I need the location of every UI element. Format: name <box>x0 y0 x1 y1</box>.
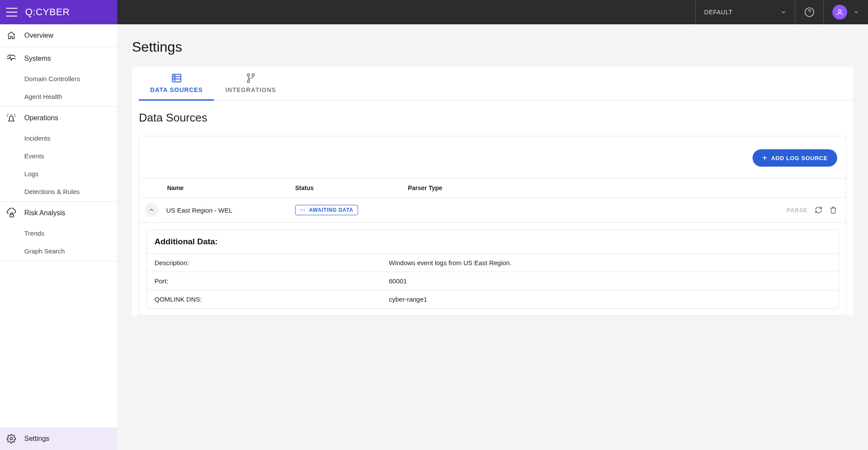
table-row: US East Region - WEL ··· AWAITING DATA P… <box>139 198 846 223</box>
svg-point-18 <box>247 80 250 82</box>
data-sources-actions: + ADD LOG SOURCE <box>139 136 846 178</box>
settings-tabs: DATA SOURCES INTEGRATIONS <box>132 67 853 101</box>
tab-label: DATA SOURCES <box>150 86 203 93</box>
row-detail-panel: Additional Data: Description: Windows ev… <box>139 223 846 315</box>
table-header: Name Status Parser Type <box>139 178 846 198</box>
row-status-cell: ··· AWAITING DATA <box>295 205 408 215</box>
sidebar-label: Overview <box>24 32 53 39</box>
sidebar-sub-incidents[interactable]: Incidents <box>0 129 117 147</box>
sidebar-sub-label: Domain Controllers <box>24 75 80 82</box>
column-header-status: Status <box>295 184 408 191</box>
menu-toggle-button[interactable] <box>6 8 17 16</box>
detail-value: 60001 <box>389 277 831 285</box>
refresh-icon <box>815 206 822 214</box>
brand-prefix: Q: <box>25 7 36 17</box>
heartbeat-icon <box>6 53 16 64</box>
detail-row: QOMLINK DNS: cyber-range1 <box>147 290 838 308</box>
add-log-source-button[interactable]: + ADD LOG SOURCE <box>753 149 837 167</box>
row-actions: PARSE <box>521 206 837 214</box>
chevron-down-icon <box>780 9 786 15</box>
sidebar-sub-graph-search[interactable]: Graph Search <box>0 242 117 261</box>
add-button-label: ADD LOG SOURCE <box>771 155 828 161</box>
detail-value: cyber-range1 <box>389 296 831 303</box>
page-title: Settings <box>132 39 853 55</box>
status-badge: ··· AWAITING DATA <box>295 205 358 215</box>
detail-row: Port: 60001 <box>147 272 838 290</box>
detail-title: Additional Data: <box>147 230 838 253</box>
tab-data-sources[interactable]: DATA SOURCES <box>139 67 214 101</box>
tab-integrations[interactable]: INTEGRATIONS <box>214 67 287 100</box>
status-label: AWAITING DATA <box>309 207 353 213</box>
plus-icon: + <box>762 154 767 162</box>
tenant-label: DEFAULT <box>704 9 733 16</box>
sidebar-item-operations[interactable]: Operations <box>0 107 117 129</box>
topbar-brand: Q:CYBER <box>0 0 117 24</box>
sidebar-item-overview[interactable]: Overview <box>0 24 117 47</box>
alert-icon <box>6 113 16 123</box>
detail-row: Description: Windows event logs from US … <box>147 253 838 272</box>
trash-icon <box>829 206 837 214</box>
detail-key: Description: <box>155 259 389 266</box>
sidebar-sub-logs[interactable]: Logs <box>0 165 117 183</box>
sidebar-sub-detections[interactable]: Detections & Rules <box>0 183 117 202</box>
sidebar-item-risk[interactable]: Risk Analysis <box>0 202 117 224</box>
svg-line-7 <box>14 114 15 115</box>
loading-dots-icon: ··· <box>300 207 306 213</box>
svg-line-6 <box>8 114 9 115</box>
cloud-lock-icon <box>6 208 16 218</box>
tenant-selector[interactable]: DEFAULT <box>695 0 795 24</box>
refresh-button[interactable] <box>815 206 822 214</box>
svg-point-2 <box>838 10 841 12</box>
sidebar: Overview Systems Domain Controllers Agen… <box>0 24 117 341</box>
sidebar-sub-events[interactable]: Events <box>0 147 117 165</box>
svg-line-4 <box>7 116 8 116</box>
svg-line-5 <box>15 116 16 116</box>
row-expand-toggle[interactable] <box>145 203 158 217</box>
delete-button[interactable] <box>829 206 837 214</box>
sidebar-sub-label: Incidents <box>24 135 50 142</box>
help-button[interactable] <box>795 0 823 24</box>
sidebar-sub-label: Events <box>24 152 44 160</box>
git-branch-icon <box>245 72 256 84</box>
column-header-parser: Parser Type <box>408 184 521 191</box>
chevron-up-icon <box>148 207 155 214</box>
row-name: US East Region - WEL <box>166 207 295 214</box>
parse-button[interactable]: PARSE <box>786 207 808 214</box>
detail-key: Port: <box>155 277 389 285</box>
sidebar-label: Systems <box>24 55 51 62</box>
sidebar-sub-agent-health[interactable]: Agent Health <box>0 88 117 107</box>
sidebar-sub-label: Detections & Rules <box>24 188 80 195</box>
help-icon <box>804 7 815 17</box>
svg-rect-10 <box>172 74 181 82</box>
sidebar-sub-trends[interactable]: Trends <box>0 224 117 242</box>
brand-name: CYBER <box>36 7 69 17</box>
tab-label: INTEGRATIONS <box>225 86 276 93</box>
topbar-rest: DEFAULT <box>117 0 868 24</box>
detail-value: Windows event logs from US East Region. <box>389 259 831 266</box>
home-icon <box>6 30 16 41</box>
svg-point-17 <box>252 74 254 76</box>
sidebar-sub-label: Trends <box>24 230 44 237</box>
detail-key: QOMLINK DNS: <box>155 296 389 303</box>
sidebar-item-systems[interactable]: Systems <box>0 47 117 70</box>
sidebar-label: Operations <box>24 114 58 122</box>
sidebar-sub-label: Graph Search <box>24 247 65 255</box>
svg-rect-8 <box>10 214 13 217</box>
sidebar-sub-label: Logs <box>24 170 39 177</box>
user-icon <box>836 8 844 16</box>
section-title: Data Sources <box>132 101 853 130</box>
brand-logo: Q:CYBER <box>25 7 70 18</box>
sidebar-sub-label: Agent Health <box>24 93 62 100</box>
settings-card: DATA SOURCES INTEGRATIONS Data Sources +… <box>132 67 853 316</box>
main-content: Settings DATA SOURCES INTEGRATIONS Data … <box>117 24 868 341</box>
topbar: Q:CYBER DEFAULT <box>0 0 868 24</box>
user-menu[interactable] <box>823 0 868 24</box>
server-icon <box>171 72 182 84</box>
chevron-down-icon <box>853 9 859 15</box>
column-header-name: Name <box>167 184 295 191</box>
svg-point-16 <box>247 74 250 76</box>
sidebar-label: Risk Analysis <box>24 209 65 217</box>
sidebar-sub-domain-controllers[interactable]: Domain Controllers <box>0 70 117 88</box>
avatar <box>832 5 847 20</box>
data-sources-box: + ADD LOG SOURCE Name Status Parser Type… <box>139 136 846 316</box>
